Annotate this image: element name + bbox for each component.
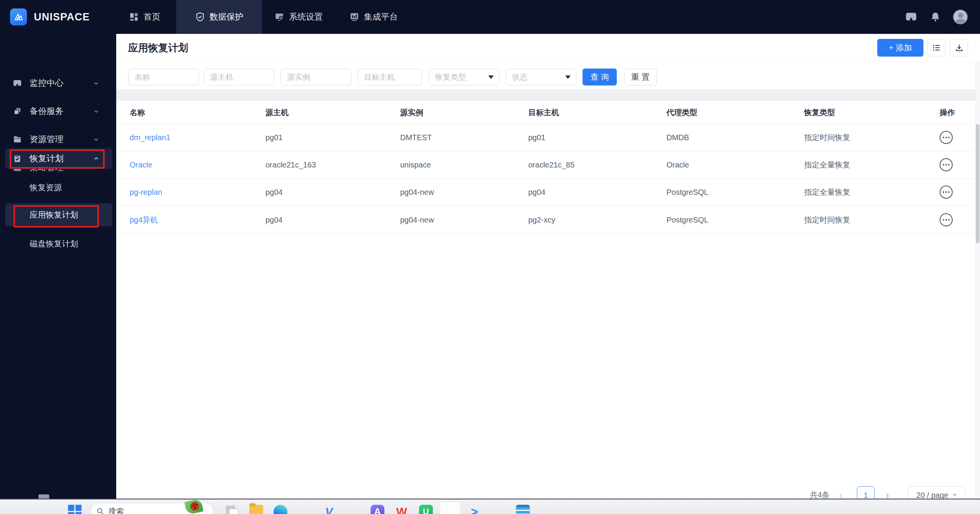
filter-source-host-input[interactable] <box>204 69 274 85</box>
source-host-cell: oracle21c_163 <box>265 161 316 169</box>
reset-button[interactable]: 重 置 <box>624 69 657 85</box>
sidebar-item-backup-service[interactable]: 备份服务 <box>0 102 116 121</box>
sidebar-item-resource-management[interactable]: 资源管理 <box>0 130 116 149</box>
filter-recovery-type-select[interactable]: 恢复类型 <box>429 69 499 85</box>
target-host-cell: oracle21c_85 <box>528 161 574 169</box>
recovery-type-cell: 指定时间恢复 <box>804 132 850 143</box>
row-actions-button[interactable] <box>940 186 953 199</box>
download-icon <box>955 43 964 52</box>
table-header-row: 名称 源主机 源实例 目标主机 代理类型 恢复类型 操作 <box>116 101 980 124</box>
clipboard-check-icon <box>13 154 22 163</box>
edge-browser-icon[interactable] <box>274 505 287 514</box>
wps-office-icon[interactable]: W <box>395 505 409 514</box>
query-button[interactable]: 查 询 <box>583 69 617 85</box>
sidebar-item-label: 监控中心 <box>30 77 63 89</box>
sidebar-subitem-label: 应用恢复计划 <box>30 209 78 220</box>
row-actions-button[interactable] <box>940 158 953 171</box>
plan-name-link[interactable]: pg-replan <box>130 188 162 197</box>
filter-name-input[interactable] <box>128 69 199 85</box>
brand-name: UNISPACE <box>34 0 90 34</box>
chevron-down-icon <box>92 79 100 87</box>
chevron-down-icon <box>92 136 100 143</box>
filter-status-select[interactable]: 状态 <box>506 69 576 85</box>
sidebar-item-recovery-plan[interactable]: 恢复计划 <box>0 149 116 168</box>
row-actions-button[interactable] <box>940 131 953 144</box>
table-row: Oracle oracle21c_163 unispace oracle21c_… <box>116 151 980 179</box>
select-placeholder: 状态 <box>512 72 528 82</box>
column-header: 名称 <box>130 107 145 117</box>
scrollbar-track[interactable] <box>975 62 980 499</box>
plan-name-link[interactable]: Oracle <box>130 161 152 169</box>
filter-source-instance-input[interactable] <box>280 69 351 85</box>
dashboard-icon <box>129 12 139 22</box>
voov-meeting-icon[interactable]: V <box>322 505 336 514</box>
shield-check-icon <box>195 12 205 22</box>
chevron-down-icon <box>92 107 100 115</box>
tab-data-protection[interactable]: 数据保护 <box>176 0 262 34</box>
sidebar-item-label: 恢复计划 <box>30 153 63 164</box>
agent-type-cell: Oracle <box>666 161 689 169</box>
agent-type-cell: DMDB <box>666 133 689 142</box>
purple-a-app-icon[interactable]: A <box>371 505 384 514</box>
row-actions-button[interactable] <box>940 213 953 226</box>
blue-arrow-app-icon[interactable]: > <box>467 505 481 514</box>
target-host-cell: pg2-xcy <box>528 216 555 224</box>
settings-icon <box>274 12 284 22</box>
folder-icon <box>13 135 22 144</box>
target-host-cell: pg01 <box>528 133 546 142</box>
sidebar-item-label: 资源管理 <box>30 134 63 145</box>
avatar-head <box>958 13 963 18</box>
plan-name-link[interactable]: pg4异机 <box>130 215 158 225</box>
column-settings-button[interactable] <box>927 39 945 57</box>
ladybug-icon[interactable] <box>190 502 199 511</box>
agent-type-cell: PostgreSQL <box>666 188 708 197</box>
notes-app-icon[interactable] <box>516 505 530 514</box>
table-row: pg4异机 pg04 pg04-new pg2-xcy PostgreSQL 指… <box>116 206 980 234</box>
search-placeholder: 搜索 <box>109 506 124 514</box>
recovery-type-cell: 指定时间恢复 <box>804 215 850 225</box>
sidebar-subitem-recovery-resource[interactable]: 恢复资源 <box>0 178 116 197</box>
main-content: 应用恢复计划 + 添加 恢复类 <box>116 34 980 499</box>
source-instance-cell: pg04-new <box>400 216 434 224</box>
scrollbar-thumb[interactable] <box>976 124 980 243</box>
start-button[interactable] <box>68 505 82 514</box>
user-avatar[interactable] <box>953 10 968 24</box>
tab-integration-platform[interactable]: 集成平台 <box>335 0 412 34</box>
column-header: 代理类型 <box>666 107 697 117</box>
file-explorer-icon[interactable] <box>249 505 263 514</box>
column-header: 源主机 <box>265 107 289 117</box>
active-app-highlight <box>440 502 461 514</box>
search-icon <box>96 507 105 514</box>
bell-icon[interactable] <box>930 11 941 23</box>
list-icon <box>932 43 941 52</box>
export-button[interactable] <box>950 39 968 57</box>
windows-taskbar: 搜索 V S A W U > <box>0 499 980 514</box>
source-host-cell: pg04 <box>265 188 283 197</box>
screen: UNISPACE 首页 数据保护 系统设置 <box>0 0 980 514</box>
add-button[interactable]: + 添加 <box>877 39 923 57</box>
source-instance-cell: pg04-new <box>400 188 434 197</box>
task-view-icon[interactable] <box>225 505 239 514</box>
sidebar-subitem-disk-recovery-plan[interactable]: 磁盘恢复计划 <box>0 234 116 253</box>
column-header: 源实例 <box>400 107 423 117</box>
plan-name-link[interactable]: dm_replan1 <box>130 133 170 142</box>
source-instance-cell: DMTEST <box>400 133 432 142</box>
column-header: 恢复类型 <box>804 107 835 117</box>
brand-logo-icon <box>10 8 27 25</box>
top-navbar: UNISPACE 首页 数据保护 系统设置 <box>0 0 980 34</box>
tab-system-settings[interactable]: 系统设置 <box>263 0 334 34</box>
message-icon[interactable] <box>905 11 917 23</box>
column-header: 目标主机 <box>528 107 559 117</box>
tab-label: 系统设置 <box>289 11 323 23</box>
tab-label: 数据保护 <box>210 11 244 23</box>
sidebar-subitem-app-recovery-plan[interactable]: 应用恢复计划 <box>0 206 116 224</box>
tab-label: 首页 <box>144 11 160 23</box>
recovery-type-cell: 指定全量恢复 <box>804 187 850 198</box>
green-store-app-icon[interactable]: U <box>419 505 433 514</box>
sidebar-item-label: 备份服务 <box>30 105 63 117</box>
tab-home[interactable]: 首页 <box>114 0 175 34</box>
copy-icon <box>13 107 22 116</box>
monitor-icon <box>13 79 22 88</box>
sidebar-item-monitor-center[interactable]: 监控中心 <box>0 74 116 92</box>
filter-target-host-input[interactable] <box>357 69 422 85</box>
